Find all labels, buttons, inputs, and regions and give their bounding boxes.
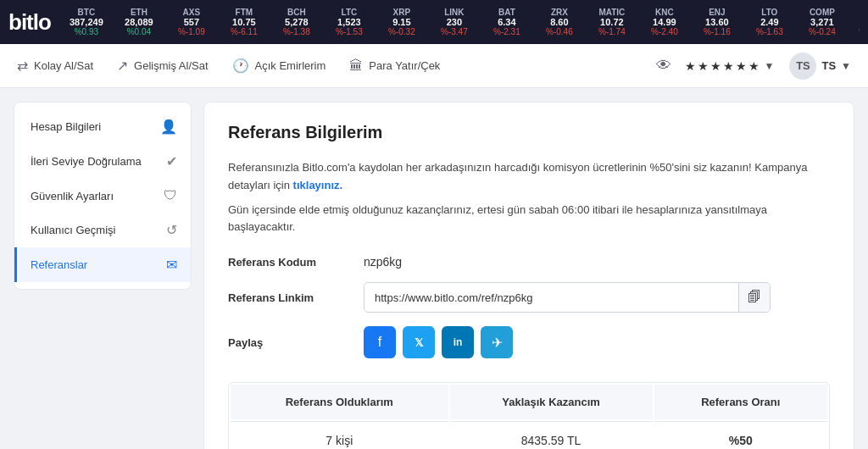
linkedin-share-button[interactable]: in [442, 326, 474, 358]
eye-icon[interactable]: 👁 [656, 57, 671, 75]
ticker-item-eth[interactable]: ETH 28,089 %0.04 [119, 8, 159, 36]
sidebar-item-ileri-seviye-dorulama[interactable]: İleri Seviye Doğrulama ✔ [14, 144, 191, 179]
ticker-item-ltc[interactable]: LTC 1,523 %-1.53 [329, 8, 370, 36]
share-buttons: f 𝕏 in ✈ [364, 326, 513, 358]
referral-rate: %50 [654, 421, 827, 449]
page-title: Referans Bilgilerim [228, 123, 830, 142]
logo[interactable]: bitlo [8, 9, 51, 36]
col-header-earnings: Yaklaşık Kazancım [450, 385, 653, 419]
stats-table: Referans Olduklarım Yaklaşık Kazancım Re… [228, 382, 830, 449]
ticker-item-enj[interactable]: ENJ 13.60 %-1.16 [697, 8, 737, 36]
ref-link-input-wrapper: 🗐 [364, 282, 771, 313]
nav-advanced-trade-label: Gelişmiş Al/Sat [134, 59, 208, 72]
clock-icon: 🕐 [232, 58, 249, 74]
ticker-bar: bitlo BTC 387,249 %0.93 ETH 28,089 %0.04… [0, 0, 868, 44]
ticker-item-link[interactable]: LINK 230 %-3.47 [434, 8, 475, 36]
ref-code-label: Referans Kodum [228, 256, 364, 269]
ticker-item-bat[interactable]: BAT 6.34 %-2.31 [487, 8, 527, 36]
ticker-item-snx[interactable]: SNX 105 %-16.59 [854, 8, 860, 36]
ticker-item-axs[interactable]: AXS 557 %-1.09 [171, 8, 212, 36]
referrals-count: 7 kişi [231, 421, 448, 449]
nav-bar: ⇄ Kolay Al/Sat ↗ Gelişmiş Al/Sat 🕐 Açık … [0, 44, 868, 88]
telegram-share-button[interactable]: ✈ [481, 326, 513, 358]
copy-button[interactable]: 🗐 [738, 283, 770, 312]
user-menu[interactable]: TS TS ▼ [789, 53, 851, 80]
chart-icon: ↗ [117, 58, 128, 74]
ticker-item-zrx[interactable]: ZRX 8.60 %-0.46 [539, 8, 580, 36]
masked-balance: ★★★★★★ ▼ [685, 59, 776, 73]
col-header-rate: Referans Oranı [654, 385, 827, 419]
nav-deposit-withdraw[interactable]: 🏛 Para Yatır/Çek [349, 55, 440, 77]
sidebar: Hesap Bilgileri 👤 İleri Seviye Doğrulama… [14, 102, 192, 290]
ticker-item-xrp[interactable]: XRP 9.15 %-0.32 [381, 8, 422, 36]
ref-link-input[interactable] [364, 285, 738, 311]
sidebar-item-referanslar[interactable]: Referanslar ✉ [14, 247, 191, 282]
facebook-share-button[interactable]: f [364, 326, 396, 358]
ticker-item-btc[interactable]: BTC 387,249 %0.93 [66, 8, 107, 36]
sidebar-item-hesap-bilgileri[interactable]: Hesap Bilgileri 👤 [14, 109, 191, 144]
twitter-share-button[interactable]: 𝕏 [403, 326, 435, 358]
nav-open-orders[interactable]: 🕐 Açık Emirlerim [232, 54, 326, 77]
nav-easy-trade-label: Kolay Al/Sat [34, 59, 93, 72]
info-paragraph-2: Gün içersinde elde etmiş olduğunuz kazan… [228, 202, 830, 237]
content-area: Referans Bilgilerim Referansınızla Bitlo… [203, 102, 854, 449]
col-header-referrals: Referans Olduklarım [231, 385, 448, 419]
nav-open-orders-label: Açık Emirlerim [255, 59, 326, 72]
ref-code-row: Referans Kodum nzp6kg [228, 255, 830, 269]
user-chevron: ▼ [841, 60, 851, 72]
share-label: Paylaş [228, 336, 364, 349]
sidebar-item-gvenlik-ayarlar[interactable]: Güvenlik Ayarları 🛡 [14, 179, 191, 213]
nav-right: 👁 ★★★★★★ ▼ TS TS ▼ [656, 53, 851, 80]
sidebar-item-kullanc-gemii[interactable]: Kullanıcı Geçmişi ↺ [14, 213, 191, 247]
ref-code-value: nzp6kg [364, 255, 402, 269]
ticker-item-knc[interactable]: KNC 14.99 %-2.40 [644, 8, 685, 36]
ref-link-label: Referans Linkim [228, 291, 364, 304]
stats-table-row: 7 kişi 8435.59 TL %50 [231, 421, 827, 449]
earnings-amount: 8435.59 TL [450, 421, 653, 449]
campaign-link[interactable]: tıklayınız. [293, 179, 343, 191]
info-paragraph-1: Referansınızla Bitlo.com'a kaydolan her … [228, 159, 830, 195]
ref-link-row: Referans Linkim 🗐 [228, 282, 830, 313]
stats-table-header: Referans Olduklarım Yaklaşık Kazancım Re… [231, 385, 827, 419]
bank-icon: 🏛 [349, 58, 363, 74]
exchange-icon: ⇄ [17, 58, 28, 74]
ticker-item-bch[interactable]: BCH 5,278 %-1.38 [276, 8, 317, 36]
ticker-item-ftm[interactable]: FTM 10.75 %-6.11 [224, 8, 264, 36]
balance-chevron[interactable]: ▼ [765, 60, 776, 72]
ticker-items: BTC 387,249 %0.93 ETH 28,089 %0.04 AXS 5… [66, 8, 860, 36]
ticker-item-matic[interactable]: MATIC 10.72 %-1.74 [592, 8, 632, 36]
nav-easy-trade[interactable]: ⇄ Kolay Al/Sat [17, 54, 93, 77]
nav-deposit-withdraw-label: Para Yatır/Çek [369, 59, 440, 72]
share-row: Paylaş f 𝕏 in ✈ [228, 326, 830, 358]
ticker-item-comp[interactable]: COMP 3,271 %-0.24 [802, 8, 843, 36]
nav-advanced-trade[interactable]: ↗ Gelişmiş Al/Sat [117, 54, 208, 77]
ticker-item-lto[interactable]: LTO 2.49 %-1.63 [749, 8, 790, 36]
avatar: TS [789, 53, 816, 80]
main-layout: Hesap Bilgileri 👤 İleri Seviye Doğrulama… [0, 88, 868, 449]
